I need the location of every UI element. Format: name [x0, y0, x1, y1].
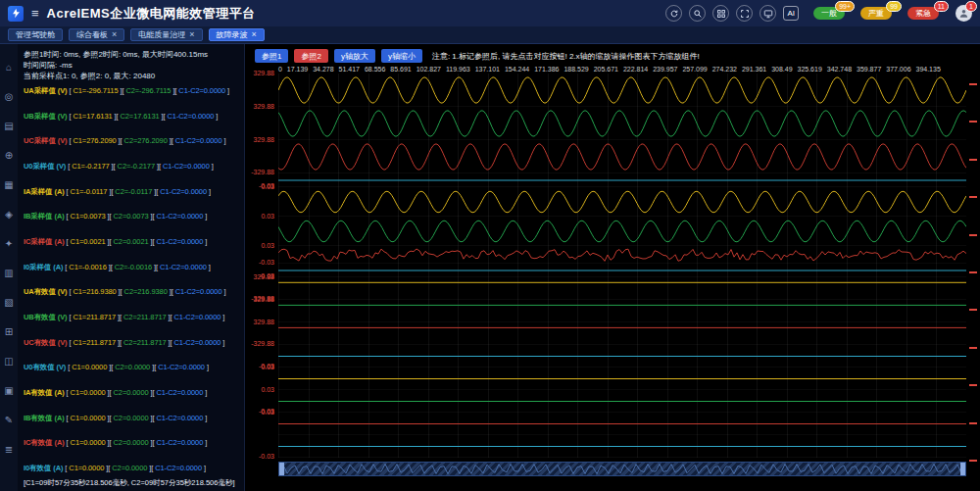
waveform-strip-UC有效值: 329.88-329.88: [278, 322, 966, 345]
diff-value: C1-C2=0.0000: [163, 162, 210, 171]
y-axis-max-label: 329.88: [245, 319, 274, 325]
sidebar-item-devices-icon[interactable]: ▣: [0, 375, 18, 405]
datazoom-slider[interactable]: [278, 462, 966, 476]
right-marker-strip[interactable]: [969, 83, 977, 462]
tab-bar: 管理驾驶舱综合看板×电能质量治理×故障录波×: [0, 26, 980, 44]
toolbar-button-ref2[interactable]: 参照2: [294, 49, 327, 63]
alarm-stat-critical[interactable]: 紧急11: [907, 7, 939, 20]
c2-value: C2=0.0000: [114, 388, 149, 397]
channel-row-IC采样值: IC采样值 (A) [ C1=0.0021 ][ C2=0.0021 ][ C1…: [24, 237, 241, 247]
bolt-icon: [11, 8, 22, 19]
app-window: ≡ AcrelEMS企业微电网能效管理平台: [0, 0, 980, 491]
waveform-strip-IB采样值: 0.03: [278, 217, 966, 246]
sidebar-item-settings-icon[interactable]: ≣: [0, 434, 18, 464]
bracket: ][: [117, 136, 124, 145]
x-tick: 274.232: [712, 66, 737, 73]
channel-row-UC有效值: UC有效值 (V) [ C1=211.8717 ][ C2=211.8717 ]…: [24, 338, 241, 348]
summary-line-1: 参照1时间: 0ms, 参照2时间: 0ms, 最大时间400.15ms: [24, 49, 241, 60]
channel-row-IA采样值: IA采样值 (A) [ C1=-0.0117 ][ C2=-0.0117 ][ …: [24, 187, 241, 197]
tab-管理驾驶舱[interactable]: 管理驾驶舱: [8, 28, 63, 41]
measurement-panel: 参照1时间: 0ms, 参照2时间: 0ms, 最大时间400.15ms时间间隔…: [18, 44, 245, 491]
user-avatar[interactable]: 1: [956, 5, 972, 22]
sidebar-item-home-icon[interactable]: ⌂: [0, 52, 18, 81]
toolbar-button-ref1[interactable]: 参照1: [255, 49, 288, 63]
monitor-icon[interactable]: [760, 5, 776, 22]
c1-value: C1=0.0073: [71, 212, 106, 221]
y-axis-max-label: 0.03: [245, 409, 274, 416]
y-axis-min-label: -0.03: [245, 453, 274, 460]
hamburger-menu-icon[interactable]: ≡: [31, 7, 39, 20]
diff-value: C1-C2=0.0000: [175, 136, 222, 145]
header-actions: AI 一般99+严重99紧急11 1: [665, 5, 972, 22]
tab-综合看板[interactable]: 综合看板×: [69, 28, 124, 41]
tab-close-icon[interactable]: ×: [252, 30, 257, 39]
alarm-marker: [969, 271, 977, 273]
y-axis-min-label: -329.88: [245, 169, 274, 175]
x-tick: 154.244: [505, 66, 529, 73]
y-axis-min-label: -0.03: [245, 259, 274, 266]
bracket: ][: [155, 162, 163, 171]
bracket: ][: [110, 162, 118, 171]
x-tick: 359.877: [857, 66, 881, 73]
grid-apps-icon[interactable]: [712, 5, 729, 22]
c2-value: C2=0.0000: [114, 414, 149, 422]
datazoom-left-handle[interactable]: [279, 463, 284, 475]
toolbar-button-y-zoom-in[interactable]: y轴放大: [334, 49, 375, 63]
datazoom-waveform: [279, 463, 965, 475]
refresh-icon[interactable]: [665, 5, 682, 22]
tab-电能质量治理[interactable]: 电能质量治理×: [130, 28, 202, 41]
diff-value: C1-C2=0.0000: [160, 187, 207, 196]
sidebar-item-maintenance-icon[interactable]: ✎: [0, 405, 18, 434]
sidebar-item-overview-icon[interactable]: ◎: [0, 81, 18, 111]
c1-value: C1=-0.0117: [71, 187, 108, 196]
plot-strips[interactable]: 329.88329.88329.88-329.88-0.030.030.030.…: [278, 74, 966, 458]
sidebar-item-distribution-icon[interactable]: ◈: [0, 199, 18, 228]
sidebar-item-lighting-icon[interactable]: ✦: [0, 228, 18, 258]
alarm-stat-normal[interactable]: 一般99+: [813, 7, 845, 20]
alarm-marker: [969, 384, 977, 386]
sidebar-item-alarms-icon[interactable]: ⊞: [0, 317, 18, 346]
datazoom-right-handle[interactable]: [960, 463, 965, 475]
sidebar-item-monitor-icon[interactable]: ▤: [0, 111, 18, 140]
bracket: ]: [225, 86, 229, 95]
diff-value: C1-C2=0.0000: [158, 363, 205, 371]
c1-value: C1=211.8717: [73, 313, 116, 321]
c1-value: C1=0.0000: [71, 388, 106, 397]
toolbar-button-y-zoom-out[interactable]: y轴缩小: [381, 49, 422, 63]
channel-label: IB采样值 (A): [24, 212, 67, 221]
sidebar-item-reports-icon[interactable]: ◫: [0, 346, 18, 375]
tab-close-icon[interactable]: ×: [189, 30, 194, 39]
search-icon[interactable]: [689, 5, 706, 22]
page-title: AcrelEMS企业微电网能效管理平台: [47, 5, 256, 23]
x-tick: 188.529: [564, 66, 588, 73]
sidebar-item-power-icon[interactable]: ⊕: [0, 140, 18, 170]
y-axis-max-label: 0.03: [245, 183, 274, 190]
sidebar-item-substation-icon[interactable]: ▦: [0, 170, 18, 199]
alarm-stat-major[interactable]: 严重99: [860, 7, 892, 20]
ai-assistant-button[interactable]: AI: [783, 6, 799, 21]
cursor-time-footer: [C1=09时57分35秒218.506毫秒, C2=09时57分35秒218.…: [24, 476, 241, 489]
channel-label: UB采样值 (V): [24, 112, 70, 121]
tab-label: 管理驾驶舱: [16, 29, 55, 40]
sidebar-item-charts-icon[interactable]: ▧: [0, 287, 18, 317]
app-logo: [8, 6, 24, 22]
alarm-marker: [969, 159, 977, 161]
x-tick: 239.957: [653, 66, 677, 73]
alarm-marker: [969, 460, 977, 462]
bracket: ][: [117, 287, 124, 296]
bracket: ]: [221, 287, 225, 296]
channel-row-UA有效值: UA有效值 (V) [ C1=216.9380 ][ C2=216.9380 ]…: [24, 287, 241, 297]
x-tick: 308.49: [771, 66, 792, 73]
channel-label: IC采样值 (A): [24, 237, 67, 246]
tab-故障录波[interactable]: 故障录波×: [209, 28, 265, 41]
channel-row-U0采样值: U0采样值 (V) [ C1=-0.2177 ][ C2=-0.2177 ][ …: [24, 162, 241, 172]
fullscreen-icon[interactable]: [736, 5, 753, 22]
diff-value: C1-C2=0.0000: [178, 86, 225, 95]
diff-value: C1-C2=0.0000: [168, 112, 215, 121]
bracket: ]: [207, 263, 211, 271]
tab-close-icon[interactable]: ×: [112, 30, 117, 39]
sidebar-item-energy-icon[interactable]: ▥: [0, 258, 18, 287]
diff-value: C1-C2=0.0000: [174, 313, 221, 321]
c2-value: C2=-0.0016: [115, 263, 152, 271]
channel-label: U0采样值 (V): [24, 162, 68, 171]
